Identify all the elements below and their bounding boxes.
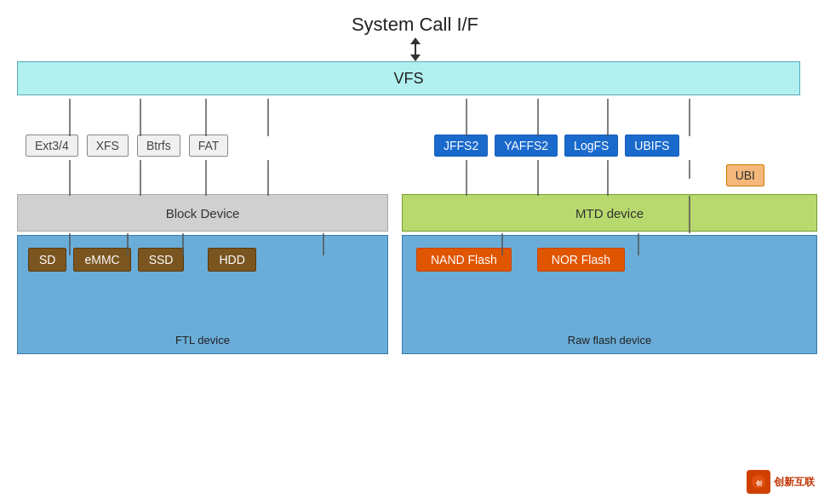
ssd-box: SSD (138, 248, 185, 272)
hdd-box: HDD (208, 248, 255, 272)
system-call-label: System Call I/F (352, 14, 478, 36)
sd-box: SD (28, 248, 66, 272)
ext34-box: Ext3/4 (26, 135, 78, 157)
arrow-down-icon (410, 54, 421, 61)
flash-devices-row: NAND Flash NOR Flash (416, 248, 803, 272)
fs-layer: Ext3/4 XFS Btrfs FAT JFFS2 YAFFS2 LogFS … (17, 95, 817, 157)
fat-box: FAT (189, 135, 229, 157)
vfs-bar: VFS (17, 61, 800, 95)
svg-text:创: 创 (755, 480, 762, 486)
ftl-panel: SD eMMC SSD HDD FTL device (17, 235, 388, 354)
ubi-box: UBI (726, 164, 764, 186)
watermark-text: 创新互联 (774, 475, 815, 490)
raw-flash-panel: NAND Flash NOR Flash Raw flash device (402, 235, 817, 354)
diagram-container: System Call I/F VFS (0, 0, 830, 504)
ftl-devices-row: SD eMMC SSD HDD (28, 248, 377, 272)
nand-flash-box: NAND Flash (416, 248, 512, 272)
raw-flash-label: Raw flash device (568, 334, 651, 346)
left-fs-group: Ext3/4 XFS Btrfs FAT (17, 135, 392, 157)
watermark-icon: 创 (747, 470, 770, 494)
arrow-shaft (415, 44, 416, 54)
emmc-box: eMMC (73, 248, 130, 272)
jffs2-box: JFFS2 (434, 135, 488, 157)
arrow-up-icon (410, 37, 421, 44)
xfs-box: XFS (87, 135, 129, 157)
yaffs2-box: YAFFS2 (495, 135, 558, 157)
right-fs-group: JFFS2 YAFFS2 LogFS UBIFS (392, 135, 817, 157)
watermark: 创 创新互联 (747, 470, 815, 494)
watermark-logo-icon: 创 (751, 474, 766, 490)
mtd-device-box: MTD device (402, 194, 817, 232)
btrfs-box: Btrfs (137, 135, 180, 157)
logfs-box: LogFS (564, 135, 618, 157)
ubi-row: UBI (17, 157, 817, 194)
device-row: Block Device MTD device (17, 194, 817, 232)
ubifs-box: UBIFS (625, 135, 678, 157)
main-diagram: VFS (17, 61, 817, 354)
ftl-label: FTL device (175, 334, 230, 346)
nor-flash-box: NOR Flash (537, 248, 625, 272)
hdd-spacer: HDD (208, 248, 255, 272)
block-device-box: Block Device (17, 194, 388, 232)
bottom-panels: SD eMMC SSD HDD FTL device NAND Flash NO… (17, 235, 817, 354)
